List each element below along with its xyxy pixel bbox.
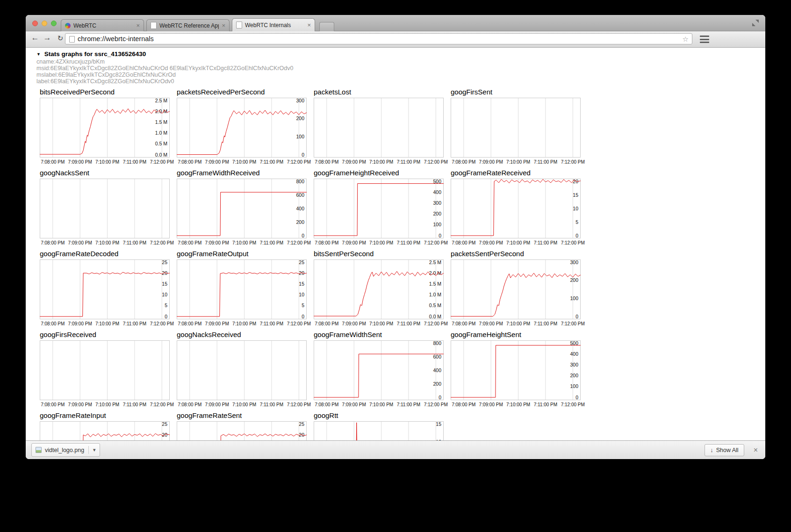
y-axis-label: 400 (570, 351, 578, 357)
tab-label: WebRTC Internals (245, 22, 304, 29)
x-axis-label: 7:09:00 PM (68, 402, 92, 407)
chart-canvas: 30020010007:08:00 PM7:09:00 PM7:10:00 PM… (177, 98, 315, 166)
x-axis-label: 7:08:00 PM (178, 321, 201, 326)
x-axis-label: 7:09:00 PM (68, 240, 92, 245)
y-axis-label: 25 (162, 259, 167, 265)
x-axis-label: 7:11:00 PM (534, 321, 557, 326)
x-axis-label: 7:11:00 PM (260, 240, 283, 245)
y-axis-label: 800 (296, 179, 304, 184)
y-axis-label: 25 (299, 259, 304, 265)
chart-canvas: 80060040020007:08:00 PM7:09:00 PM7:10:00… (177, 179, 315, 247)
close-window-button[interactable] (32, 21, 38, 26)
stats-header-title: Stats graphs for ssrc_4136526430 (44, 50, 146, 58)
x-axis-label: 7:11:00 PM (397, 240, 420, 245)
y-axis-label: 800 (433, 340, 441, 346)
y-axis-label: 100 (296, 134, 304, 139)
dropdown-arrow-icon[interactable]: ▾ (93, 447, 96, 453)
x-axis-label: 7:11:00 PM (123, 240, 146, 245)
chart-googNacksReceived: googNacksReceived7:08:00 PM7:09:00 PM7:1… (177, 330, 315, 409)
x-axis-label: 7:08:00 PM (41, 321, 65, 326)
chart-canvas: 50040030020010007:08:00 PM7:09:00 PM7:10… (451, 340, 589, 409)
chart-googFrameRateOutput: googFrameRateOutput25201510507:08:00 PM7… (177, 249, 315, 328)
x-axis-label: 7:08:00 PM (178, 402, 201, 407)
chart-title: googNacksReceived (177, 330, 315, 340)
chart-title: bitsReceivedPerSecond (40, 87, 178, 98)
x-axis-label: 7:12:00 PM (424, 402, 448, 407)
image-file-icon (36, 447, 42, 453)
chart-googRtt: googRtt1510507:08:00 PM7:09:00 PM7:10:00… (314, 411, 452, 440)
omnibox[interactable]: chrome://webrtc-internals ☆ (65, 33, 692, 44)
x-axis-label: 7:10:00 PM (369, 321, 393, 326)
y-axis-label: 0.0 M (155, 152, 167, 158)
y-axis-label: 1.5 M (429, 281, 441, 287)
back-button[interactable]: ← (29, 33, 41, 43)
x-axis-label: 7:11:00 PM (534, 402, 557, 407)
y-axis-label: 0 (575, 233, 578, 238)
y-axis-label: 0 (439, 395, 441, 400)
x-axis-label: 7:11:00 PM (123, 321, 146, 326)
chart-title: packetsReceivedPerSecond (177, 87, 315, 98)
chart-canvas: 2.5 M2.0 M1.5 M1.0 M0.5 M0.0 M7:08:00 PM… (40, 98, 178, 166)
y-axis-label: 0 (302, 314, 304, 319)
chart-title: googFrameRateSent (177, 411, 315, 421)
page-favicon-icon (236, 22, 242, 29)
new-tab-button[interactable] (319, 22, 334, 31)
browser-toolbar: ← → ↻ chrome://webrtc-internals ☆ (26, 31, 765, 48)
disclosure-triangle-icon[interactable]: ▼ (36, 52, 41, 57)
y-axis-label: 1.0 M (155, 130, 167, 136)
x-axis-label: 7:10:00 PM (95, 240, 119, 245)
y-axis-label: 100 (433, 222, 441, 227)
x-axis-label: 7:12:00 PM (150, 402, 174, 407)
y-axis-label: 0.5 M (429, 302, 441, 308)
y-axis-label: 200 (570, 373, 578, 378)
tab-close-icon[interactable]: × (307, 22, 311, 28)
download-item-button[interactable]: vidtel_logo.png ▾ (31, 443, 100, 457)
tab-close-icon[interactable]: × (222, 22, 225, 29)
chart-title: googFirsReceived (40, 330, 178, 340)
menu-button[interactable] (700, 36, 709, 43)
x-axis-label: 7:11:00 PM (534, 240, 557, 245)
chart-title: googFirsSent (451, 87, 589, 98)
cname-line: cname:4ZXkrucxjuzp/bKm (36, 58, 765, 65)
x-axis-label: 7:11:00 PM (123, 402, 146, 407)
fullscreen-icon[interactable] (752, 20, 759, 26)
x-axis-label: 7:10:00 PM (95, 321, 119, 326)
tab-webrtc-reference-app[interactable]: WebRTC Reference App × (146, 19, 230, 31)
tab-webrtc-internals[interactable]: WebRTC Internals × (232, 18, 315, 31)
show-all-button[interactable]: ↓ Show All (705, 444, 744, 456)
x-axis-label: 7:09:00 PM (342, 321, 366, 326)
x-axis-label: 7:10:00 PM (95, 402, 119, 407)
y-axis-label: 0 (575, 395, 578, 400)
x-axis-label: 7:09:00 PM (205, 402, 229, 407)
bookmark-star-icon[interactable]: ☆ (683, 34, 689, 44)
shelf-close-icon[interactable]: × (752, 446, 760, 454)
y-axis-label: 100 (570, 295, 578, 301)
show-all-label: Show All (716, 447, 739, 453)
chart-title: googNacksSent (40, 168, 178, 179)
url-text[interactable]: chrome://webrtc-internals (78, 34, 154, 44)
stats-graphs-header[interactable]: ▼ Stats graphs for ssrc_4136526430 (36, 50, 765, 58)
forward-button[interactable]: → (42, 33, 53, 43)
x-axis-label: 7:11:00 PM (123, 159, 146, 165)
x-axis-label: 7:10:00 PM (506, 321, 530, 326)
x-axis-label: 7:10:00 PM (369, 159, 393, 165)
x-axis-label: 7:12:00 PM (561, 321, 585, 326)
page-favicon-icon (151, 22, 157, 29)
page-icon (69, 36, 75, 43)
zoom-window-button[interactable] (51, 21, 57, 26)
x-axis-label: 7:12:00 PM (561, 240, 585, 245)
x-axis-label: 7:10:00 PM (369, 402, 393, 407)
browser-window: WebRTC × WebRTC Reference App × WebRTC I… (26, 15, 765, 459)
reload-button[interactable]: ↻ (55, 34, 66, 43)
chart-title: googFrameRateInput (40, 411, 178, 421)
y-axis-label: 0 (302, 152, 304, 158)
webrtc-favicon-icon (65, 23, 71, 29)
tab-close-icon[interactable]: × (136, 22, 140, 29)
minimize-window-button[interactable] (42, 21, 47, 26)
tab-webrtc[interactable]: WebRTC × (61, 19, 144, 31)
chart-googFirsReceived: googFirsReceived7:08:00 PM7:09:00 PM7:10… (40, 330, 178, 409)
chart-googFrameWidthReceived: googFrameWidthReceived80060040020007:08:… (177, 168, 315, 247)
chart-canvas: 25201510507:08:00 PM7:09:00 PM7:10:00 PM… (177, 421, 315, 440)
shelf-right-controls: ↓ Show All × (705, 444, 760, 456)
chart-title: googRtt (314, 411, 452, 421)
